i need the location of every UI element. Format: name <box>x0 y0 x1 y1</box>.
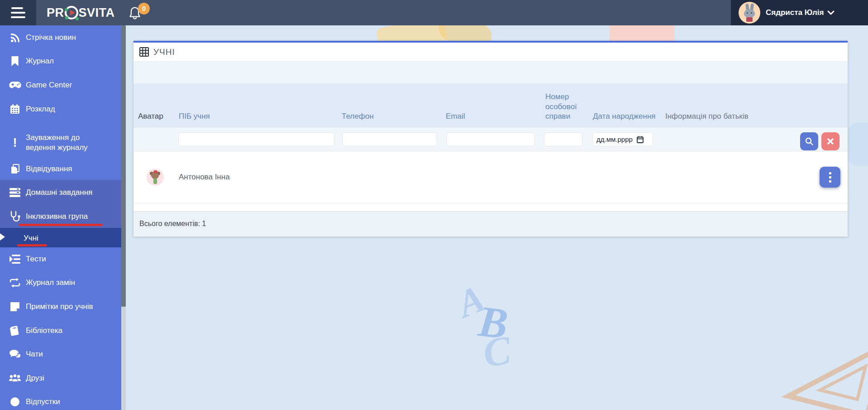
brand-text-post: SVITA <box>79 6 115 20</box>
students-underline <box>17 244 47 246</box>
sidebar: Стрічка новин Журнал Game Center Розклад… <box>0 25 121 410</box>
rss-icon <box>9 31 21 44</box>
filter-row: дд.мм.рррр <box>134 127 848 151</box>
total-elements-label: Всього елементів: 1 <box>139 220 206 228</box>
student-avatar <box>147 169 164 186</box>
filter-file-number-input[interactable] <box>544 132 582 146</box>
date-placeholder: дд.мм.рррр <box>596 135 633 143</box>
row-actions-button[interactable] <box>820 167 840 188</box>
chat-icon <box>9 348 21 361</box>
card-footer: Всього елементів: 1 <box>134 212 848 236</box>
swap-icon <box>9 276 21 289</box>
brand-text-pre: PR <box>47 6 64 20</box>
decor-pink-shape <box>610 25 674 42</box>
scrollbar-thumb[interactable] <box>121 25 126 307</box>
inclusive-group-underline <box>19 224 103 226</box>
filter-email-input[interactable] <box>446 132 535 146</box>
sidebar-item-journal-remarks[interactable]: ! Зауваження до ведення журналу <box>0 128 121 157</box>
gamepad-icon <box>9 79 21 92</box>
users-icon <box>9 372 21 385</box>
sidebar-item-tests[interactable]: Тести <box>0 250 121 268</box>
sidebar-item-friends[interactable]: Друзі <box>0 369 121 387</box>
filter-name-input[interactable] <box>178 132 334 146</box>
user-avatar <box>739 2 760 24</box>
column-header-birth-date[interactable]: Дата народження <box>588 111 661 127</box>
column-header-file-number[interactable]: Номер особової справи <box>541 92 588 127</box>
note-icon <box>9 300 21 313</box>
filter-birth-date-input[interactable]: дд.мм.рррр <box>592 132 653 146</box>
sidebar-item-news-feed[interactable]: Стрічка новин <box>0 29 121 47</box>
search-button[interactable] <box>800 132 818 150</box>
app-root: PR SVITA 0 Сядриста Юлія <box>0 0 868 410</box>
bookmark-icon <box>9 55 21 68</box>
students-card: УЧНІ Аватар ПІБ учня Телефон Email Номер… <box>134 41 848 236</box>
logo-play-icon <box>65 6 78 19</box>
sidebar-item-inclusive-group[interactable]: Інклюзивна група <box>0 207 121 226</box>
exclamation-icon: ! <box>9 136 21 149</box>
list-icon <box>9 253 21 265</box>
user-menu[interactable]: Сядриста Юлія <box>731 0 868 25</box>
clear-filters-button[interactable] <box>821 132 839 150</box>
circle-icon <box>9 396 21 408</box>
decor-blue-shape <box>848 122 868 166</box>
table-header-row: Аватар ПІБ учня Телефон Email Номер особ… <box>134 83 848 127</box>
column-header-actions <box>794 121 848 127</box>
calendar-picker-icon[interactable] <box>637 136 644 143</box>
sidebar-item-student-notes[interactable]: Примітки про учнів <box>0 298 121 316</box>
stethoscope-icon <box>9 210 21 223</box>
hamburger-icon <box>11 7 23 9</box>
sidebar-item-library[interactable]: Бібліотека <box>0 322 121 340</box>
sidebar-item-attendance[interactable]: Відвідування <box>0 160 121 178</box>
table-row[interactable]: Антонова Інна <box>134 151 848 203</box>
sidebar-item-journal[interactable]: Журнал <box>0 52 121 70</box>
notifications-button[interactable]: 0 <box>128 5 152 24</box>
calendar-icon <box>9 103 21 116</box>
sidebar-item-chats[interactable]: Чати <box>0 345 121 363</box>
card-header: УЧНІ <box>134 43 848 62</box>
filter-phone-input[interactable] <box>342 132 437 146</box>
sidebar-item-game-center[interactable]: Game Center <box>0 76 121 94</box>
decor-ruler-triangle <box>782 327 868 410</box>
notification-badge: 0 <box>138 3 150 14</box>
chevron-down-icon <box>827 10 835 15</box>
table-grid-icon <box>139 47 149 57</box>
topbar: PR SVITA 0 Сядриста Юлія <box>0 0 868 25</box>
main-content: A B C УЧНІ Аватар <box>126 25 868 410</box>
toolbar-strip <box>134 62 848 83</box>
active-item-marker <box>0 233 5 241</box>
sidebar-item-vacations[interactable]: Відпустки <box>0 393 121 410</box>
kebab-menu-icon <box>829 172 831 174</box>
sidebar-scrollbar[interactable] <box>121 25 126 410</box>
search-icon <box>805 137 813 145</box>
column-header-avatar: Аватар <box>134 111 174 127</box>
column-header-email[interactable]: Email <box>441 111 541 127</box>
book-icon <box>9 324 21 337</box>
sidebar-item-substitution-journal[interactable]: Журнал замін <box>0 274 121 292</box>
column-header-name[interactable]: ПІБ учня <box>174 111 337 127</box>
stack-icon <box>9 186 21 199</box>
page-title: УЧНІ <box>153 47 175 57</box>
decor-letter-c: C <box>480 326 514 376</box>
close-icon <box>827 138 834 145</box>
sidebar-toggle-button[interactable] <box>0 0 36 25</box>
brand-logo[interactable]: PR SVITA <box>47 0 115 25</box>
student-name: Антонова Інна <box>174 173 337 182</box>
column-header-phone[interactable]: Телефон <box>337 111 441 127</box>
pages-icon <box>9 163 21 175</box>
user-name: Сядриста Юлія <box>766 8 824 17</box>
table-bottom-spacer <box>134 203 848 212</box>
sidebar-item-schedule[interactable]: Розклад <box>0 100 121 118</box>
column-header-parents-info: Інформація про батьків <box>661 111 794 127</box>
sidebar-item-homework[interactable]: Домашні завдання <box>0 183 121 202</box>
